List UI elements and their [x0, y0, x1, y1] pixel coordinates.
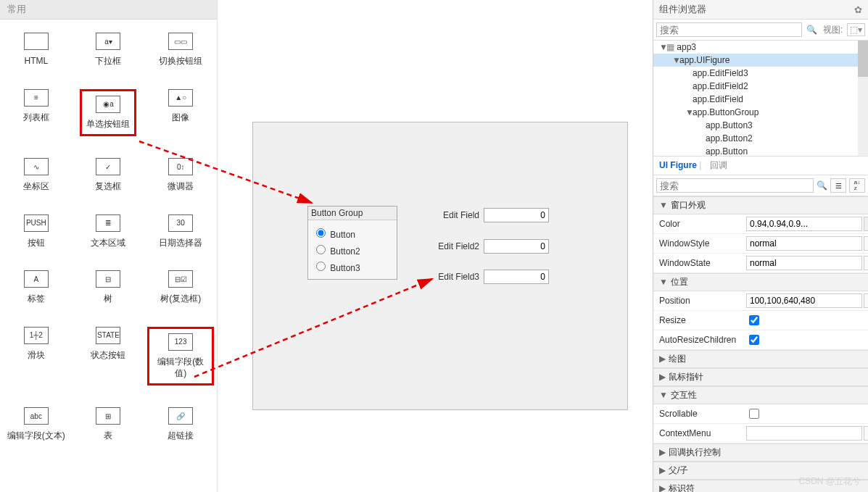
- tab-uifigure[interactable]: UI Figure: [659, 160, 697, 170]
- palette-item-树[interactable]: ⊟ 树: [73, 257, 145, 314]
- editfield3-input[interactable]: [484, 270, 549, 284]
- palette-item-label: 按钮: [24, 238, 49, 249]
- tab-callbacks[interactable]: 回调: [710, 160, 727, 170]
- chevron-down-icon[interactable]: ▾: [864, 426, 868, 441]
- palette-item-下拉框[interactable]: a▾ 下拉框: [73, 20, 145, 76]
- tree-node[interactable]: app.EditField: [653, 93, 868, 106]
- palette-item-微调器[interactable]: 0↕ 微调器: [144, 145, 217, 201]
- component-palette: 常用 HTML a▾ 下拉框 ▭▭ 切换按钮组 ≡ 列表框 ◉a 单选按钮组 ▲…: [0, 0, 218, 492]
- palette-item-label: 超链接: [168, 430, 194, 442]
- palette-item-滑块[interactable]: 1┼2 滑块: [0, 314, 73, 394]
- palette-item-icon: PUSH: [24, 214, 49, 232]
- color-swatch[interactable]: [864, 217, 868, 231]
- palette-item-编辑字段(数值)[interactable]: 123 编辑字段(数值): [144, 314, 217, 394]
- color-input[interactable]: [746, 217, 862, 231]
- palette-item-icon: ⊟☑: [168, 270, 193, 288]
- palette-item-超链接[interactable]: 🔗 超链接: [144, 394, 217, 451]
- view-option-button[interactable]: ⬚▾: [847, 23, 865, 36]
- palette-item-icon: [24, 33, 49, 50]
- view-label: 视图:: [822, 24, 844, 36]
- chevron-down-icon[interactable]: ▾: [864, 236, 868, 251]
- editfield3-label: Edit Field3: [424, 272, 479, 282]
- inspector-title: 组件浏览器: [659, 3, 706, 16]
- palette-item-HTML[interactable]: HTML: [0, 20, 73, 76]
- figure-preview[interactable]: Button Group Button Button2 Button3 Edit…: [252, 122, 628, 410]
- palette-item-icon: a▾: [96, 33, 120, 50]
- radio-option[interactable]: Button: [313, 226, 392, 240]
- section-callbacks[interactable]: ▶回调执行控制: [653, 443, 868, 462]
- palette-item-label: 表: [96, 430, 120, 442]
- palette-item-icon: ▭▭: [168, 33, 193, 50]
- tree-node[interactable]: ▼▦ app3: [653, 41, 868, 54]
- search-icon[interactable]: 🔍: [805, 25, 819, 35]
- prop-search-input[interactable]: [656, 178, 814, 193]
- palette-item-按钮[interactable]: PUSH 按钮: [0, 201, 73, 258]
- palette-item-label: 微调器: [168, 181, 194, 193]
- gear-icon[interactable]: ✿: [854, 4, 862, 15]
- section-plot[interactable]: ▶绘图: [653, 350, 868, 368]
- prop-contextmenu: ContextMenu ▾: [653, 424, 868, 443]
- prop-position: Position ⁝: [653, 291, 868, 311]
- tree-node[interactable]: ▼app.UIFigure: [653, 54, 868, 67]
- palette-item-树(复选框)[interactable]: ⊟☑ 树(复选框): [144, 257, 217, 314]
- palette-item-label: 复选框: [95, 181, 121, 193]
- windowstyle-select[interactable]: [746, 236, 862, 251]
- editfield2-input[interactable]: [484, 239, 549, 254]
- tree-node[interactable]: app.EditField2: [653, 80, 868, 93]
- palette-header: 常用: [0, 0, 217, 20]
- palette-item-文本区域[interactable]: ≣ 文本区域: [73, 201, 145, 258]
- categorize-button[interactable]: ☰: [830, 178, 846, 193]
- windowstate-select[interactable]: [746, 256, 862, 270]
- expand-icon[interactable]: ⁝: [864, 293, 868, 308]
- palette-item-label: 编辑字段(文本): [7, 430, 65, 442]
- palette-item-状态按钮[interactable]: STATE 状态按钮: [73, 314, 145, 394]
- tree-node[interactable]: app.Button2: [653, 132, 868, 145]
- tree-scrollbar[interactable]: [858, 41, 868, 156]
- radio-option[interactable]: Button2: [313, 243, 392, 257]
- palette-item-icon: 0↕: [168, 158, 193, 175]
- tree-node[interactable]: app.Button3: [653, 119, 868, 132]
- contextmenu-select[interactable]: [746, 426, 862, 441]
- palette-item-icon: 🔗: [168, 407, 193, 425]
- palette-item-日期选择器[interactable]: 30 日期选择器: [144, 201, 217, 258]
- palette-item-单选按钮组[interactable]: ◉a 单选按钮组: [73, 76, 145, 146]
- palette-item-icon: ≡: [24, 89, 49, 107]
- position-input[interactable]: [746, 293, 862, 308]
- editfield-input[interactable]: [484, 208, 549, 222]
- palette-item-标签[interactable]: A 标签: [0, 257, 73, 314]
- palette-item-复选框[interactable]: ✓ 复选框: [73, 145, 145, 201]
- palette-item-icon: ✓: [96, 158, 120, 175]
- radio-option[interactable]: Button3: [313, 259, 392, 273]
- palette-item-图像[interactable]: ▲○ 图像: [144, 76, 217, 146]
- palette-item-label: 状态按钮: [91, 350, 125, 362]
- palette-item-label: HTML: [24, 56, 49, 67]
- sort-az-button[interactable]: a↓z: [849, 178, 865, 193]
- resize-checkbox[interactable]: [749, 315, 759, 325]
- palette-item-label: 文本区域: [91, 238, 125, 249]
- button-group[interactable]: Button Group Button Button2 Button3: [307, 206, 397, 280]
- autoresize-checkbox[interactable]: [749, 335, 759, 345]
- palette-item-表[interactable]: ⊞ 表: [73, 394, 145, 451]
- section-pointer[interactable]: ▶鼠标指针: [653, 368, 868, 386]
- palette-item-icon: STATE: [96, 327, 120, 344]
- palette-item-icon: A: [24, 270, 49, 288]
- scrollable-checkbox[interactable]: [749, 409, 759, 419]
- component-tree[interactable]: ▼▦ app3▼app.UIFigureapp.EditField3app.Ed…: [653, 41, 868, 157]
- palette-item-列表框[interactable]: ≡ 列表框: [0, 76, 73, 146]
- palette-item-label: 坐标区: [23, 181, 49, 193]
- section-appearance[interactable]: ▼窗口外观: [653, 196, 868, 214]
- palette-item-坐标区[interactable]: ∿ 坐标区: [0, 145, 73, 201]
- tree-search-input[interactable]: [656, 22, 802, 37]
- palette-item-编辑字段(文本)[interactable]: abc 编辑字段(文本): [0, 394, 73, 451]
- tree-node[interactable]: app.Button: [653, 145, 868, 157]
- search-icon[interactable]: 🔍: [817, 180, 827, 191]
- tree-node[interactable]: app.EditField3: [653, 67, 868, 80]
- tree-node[interactable]: ▼app.ButtonGroup: [653, 106, 868, 119]
- watermark: CSDN @五花兮: [798, 475, 861, 488]
- section-position[interactable]: ▼位置: [653, 273, 868, 291]
- palette-item-label: 切换按钮组: [159, 56, 202, 67]
- section-interactivity[interactable]: ▼交互性: [653, 386, 868, 404]
- prop-scrollable: Scrollable: [653, 404, 868, 424]
- chevron-down-icon[interactable]: ▾: [864, 256, 868, 270]
- palette-item-切换按钮组[interactable]: ▭▭ 切换按钮组: [144, 20, 217, 76]
